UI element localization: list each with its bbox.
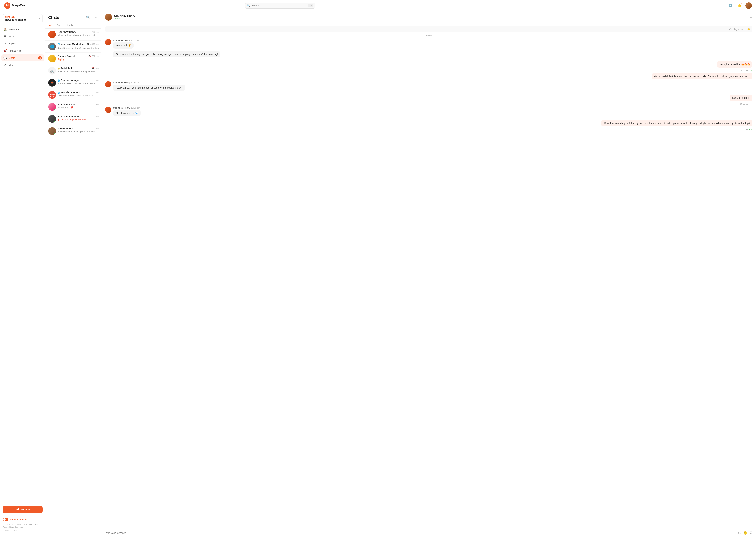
chat-content: Albert Flores Tue Just wanted to catch u… <box>58 127 99 133</box>
check-icon: ✓✓ <box>749 69 752 72</box>
tab-direct[interactable]: Direct <box>56 22 63 28</box>
chat-items: Courtney Henry 7:32 pm Wow, that sounds … <box>46 28 101 537</box>
sidebar-item-label: Chats <box>9 57 15 59</box>
outgoing-message: Wow, that sounds great! It really captur… <box>105 120 752 127</box>
image-button[interactable]: 🖼 <box>749 531 752 535</box>
chat-window-info: Courtney Henry Online <box>114 14 748 20</box>
sidebar-item-mixes[interactable]: ☰ Mixes <box>1 33 44 40</box>
sidebar-item-label: Pinned mix <box>9 49 21 52</box>
home-icon: 🏠 <box>4 28 7 31</box>
avatar <box>48 127 56 135</box>
mixes-icon: ☰ <box>4 35 7 38</box>
chat-time: 5:03 am <box>92 43 99 45</box>
footer-terms[interactable]: Terms of Use <box>3 523 14 525</box>
chat-search-button[interactable]: 🔍 <box>85 15 91 20</box>
add-content-button[interactable]: Add content <box>3 506 43 513</box>
avatar <box>105 106 111 113</box>
online-dot <box>54 133 56 135</box>
emoji-button[interactable]: 🙂 <box>743 531 747 535</box>
chats-badge: 2 <box>38 56 42 60</box>
msg-info: Courtney Henry 10:02 am Hey, Brook ✌️ <box>113 39 752 50</box>
user-avatar[interactable] <box>745 2 752 9</box>
chat-content: Kristin Watson Wed Thank you!!!❤️ <box>58 103 99 109</box>
chat-new-button[interactable]: + <box>93 15 99 20</box>
admin-dashboard-link[interactable]: Admin dashboard <box>3 518 43 521</box>
sidebar-bottom: Admin dashboard Terms of Use Privacy Pol… <box>0 515 45 534</box>
message-bubble: Yeah, it's incredible!🔥🔥🔥 <box>717 61 752 67</box>
list-item[interactable]: Brooklyn Simmons Tue ◆ The message wasn'… <box>46 113 101 125</box>
chat-time: 7:32 pm <box>92 31 99 33</box>
footer-links: Terms of Use Privacy Policy Imprint FAQ … <box>3 523 43 528</box>
search-input[interactable] <box>245 3 315 9</box>
notification-dot <box>740 3 742 5</box>
footer-more[interactable]: More ▾ <box>20 526 25 528</box>
footer-faq[interactable]: FAQ <box>34 523 38 525</box>
message-meta: 10:32 am ✓✓ <box>105 103 752 105</box>
mute-icon: 🔇 <box>92 67 94 69</box>
msg-meta: Courtney Henry 10:02 am <box>113 39 752 42</box>
settings-button[interactable]: ⚙️ <box>727 2 734 9</box>
sidebar-item-label: More <box>9 64 14 67</box>
message-bubble: Wow, that sounds great! It really captur… <box>601 120 752 126</box>
avatar: THENORTHFACE <box>48 91 56 99</box>
chat-time: 7:32 pm <box>92 55 99 57</box>
message-bubble: Did you see the footage we got of the or… <box>113 51 220 58</box>
tab-public[interactable]: Public <box>66 22 74 28</box>
avatar <box>105 81 111 88</box>
avatar: 🌐 <box>48 43 56 50</box>
sidebar-item-topics[interactable]: # Topics <box>1 40 44 47</box>
sidebar-item-pinned-mix[interactable]: 🚀 Pinned mix <box>1 47 44 54</box>
list-item[interactable]: 🌐Groove Lounge Thu Jordan Taylor: I just… <box>46 77 101 89</box>
list-item[interactable]: 🚲 🔒Pedal Talk 🔇 Sun Max Smith: Hey every… <box>46 65 101 77</box>
chat-content: Brooklyn Simmons Tue ◆ The message wasn'… <box>58 115 99 121</box>
notifications-button[interactable]: 🔔 <box>736 2 743 9</box>
more-icon: ⊙ <box>4 63 7 67</box>
footer-privacy[interactable]: Privacy Policy <box>15 523 27 525</box>
sidebar-item-news-feed[interactable]: 🏠 News feed <box>1 26 44 33</box>
user-avatar-img <box>745 2 752 9</box>
more-options-button[interactable]: ··· <box>748 15 752 19</box>
nav-items: 🏠 News feed ☰ Mixes # Topics 🚀 Pinned mi… <box>0 26 45 504</box>
message-meta: 10:02 am ✓✓ <box>105 69 752 72</box>
chat-name-row: Brooklyn Simmons Tue <box>58 115 99 118</box>
list-item[interactable]: Albert Flores Tue Just wanted to catch u… <box>46 125 101 137</box>
sidebar-item-more[interactable]: ⊙ More <box>1 62 44 68</box>
chat-window-avatar <box>105 14 112 21</box>
avatar <box>48 79 56 87</box>
message-group: Courtney Henry 10:02 am Hey, Brook ✌️ Di… <box>105 39 752 59</box>
message-sender-row: Courtney Henry 10:30 am Check your email… <box>105 106 752 117</box>
chat-time: Thu <box>95 79 99 81</box>
chat-preview: Typing... <box>58 58 99 61</box>
tab-all[interactable]: All <box>48 22 53 28</box>
input-actions: @ 🙂 🖼 <box>738 531 752 535</box>
messages-area: Catch you later! 👋 Today Courtney Henry … <box>102 23 756 529</box>
chat-list-panel: Chats 🔍 + All Direct Public Courtney Hen… <box>46 11 102 537</box>
footer-general[interactable]: General Questions <box>3 526 19 528</box>
chat-content: 🔒Pedal Talk 🔇 Sun Max Smith: Hey everyon… <box>58 67 99 73</box>
online-dot <box>54 109 56 110</box>
list-item[interactable]: 🌐 🌐Yoga and Mindfulness Di... 5:03 am Ja… <box>46 41 101 53</box>
at-button[interactable]: @ <box>738 531 741 535</box>
header-right: ⚙️ 🔔 <box>727 2 752 9</box>
admin-toggle <box>3 518 8 521</box>
message-sender-row: Courtney Henry 10:02 am Hey, Brook ✌️ <box>105 39 752 50</box>
chat-content: 🌐Yoga and Mindfulness Di... 5:03 am Jane… <box>58 43 99 50</box>
sidebar-item-chats[interactable]: 💬 Chats 2 <box>1 55 44 62</box>
chat-preview: Just wanted to catch up and see how you'… <box>58 130 99 133</box>
avatar <box>48 55 56 62</box>
outgoing-message: Yeah, it's incredible!🔥🔥🔥 <box>105 61 752 68</box>
search-icon: 🔍 <box>247 4 250 7</box>
channel-selector[interactable]: Channel News feed channel ▾ <box>3 14 43 23</box>
list-item[interactable]: Kristin Watson Wed Thank you!!!❤️ <box>46 101 101 113</box>
list-item[interactable]: Courtney Henry 7:32 pm Wow, that sounds … <box>46 28 101 41</box>
chats-icon: 💬 <box>4 56 7 60</box>
msg-info: Courtney Henry 10:30 am Totally agree. I… <box>113 81 752 92</box>
chat-name-row: 🌐Groove Lounge Thu <box>58 79 99 82</box>
channel-info: Channel News feed channel <box>5 16 27 21</box>
footer-imprint[interactable]: Imprint <box>27 523 33 525</box>
list-item[interactable]: Dianne Russell 🔇 7:32 pm Typing... <box>46 53 101 65</box>
message-input[interactable] <box>105 532 736 534</box>
mute-icon: 🔇 <box>88 55 91 58</box>
avatar <box>48 31 56 38</box>
list-item[interactable]: THENORTHFACE 🌐Branded clothes Thu Courtn… <box>46 89 101 101</box>
